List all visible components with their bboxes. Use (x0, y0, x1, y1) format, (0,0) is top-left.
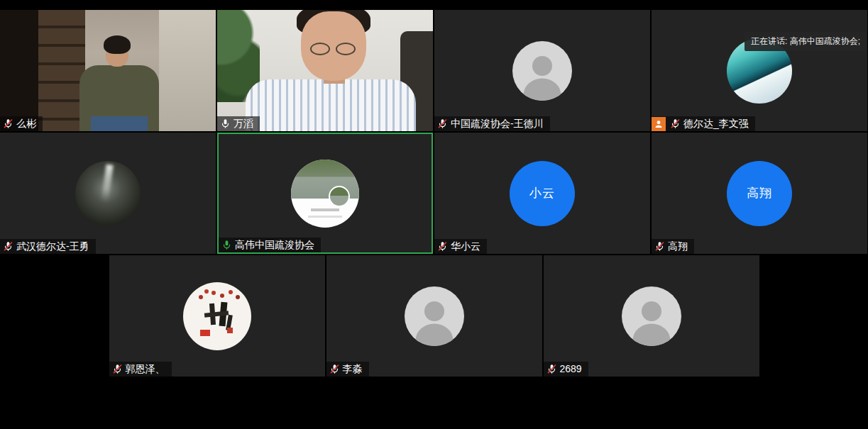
mic-muted-icon (3, 118, 13, 129)
name-label: 武汉德尔达-王勇 (0, 239, 96, 254)
participant-name: 高翔 (668, 240, 688, 252)
participant-name: 中国疏浚协会-王德川 (451, 118, 544, 130)
initials-circle: 高翔 (727, 161, 792, 226)
profile-photo (183, 282, 251, 350)
participant-name: 万滔 (234, 118, 253, 130)
participant-name: 华小云 (451, 240, 480, 252)
mic-muted-icon (437, 118, 448, 129)
profile-photo (291, 160, 359, 228)
participant-name: 德尔达_李文强 (683, 118, 749, 130)
mic-muted-icon (546, 364, 557, 374)
room-shadow-shape (0, 10, 38, 131)
avatar (219, 134, 432, 252)
photo-mini-avatar-shape (329, 186, 350, 207)
name-label: 郭恩泽、 (109, 362, 172, 377)
person-legs-shape (91, 116, 148, 131)
gallery-row-3: 郭恩泽、 (109, 255, 759, 377)
avatar (434, 10, 650, 131)
bookshelf-shape (38, 10, 85, 131)
participant-name: 李淼 (343, 363, 363, 375)
mic-muted-icon (3, 241, 13, 252)
photo-text-line-shape (308, 216, 342, 218)
glasses-shape (310, 43, 330, 55)
participant-tile[interactable]: 么彬 (0, 10, 216, 131)
name-label: 么彬 (0, 116, 43, 131)
gallery-row-2: 武汉德尔达-王勇 高伟中国疏浚协会 (0, 133, 867, 254)
video-feed (217, 10, 433, 131)
person-silhouette-icon (405, 286, 464, 346)
participant-tile[interactable]: 万滔 (217, 10, 433, 131)
name-label: 高伟中国疏浚协会 (219, 238, 321, 252)
avatar (326, 255, 542, 377)
avatar: 小云 (434, 133, 650, 254)
name-label: 高翔 (652, 239, 694, 254)
wall-shape (159, 10, 216, 131)
photo-text-line-shape (311, 208, 339, 211)
participant-tile[interactable]: 德尔达_李文强 (652, 10, 867, 131)
participant-tile[interactable]: 郭恩泽、 (109, 255, 325, 377)
avatar: 高翔 (652, 133, 867, 254)
mic-muted-icon (437, 241, 448, 252)
seal-shape (227, 328, 233, 333)
participant-name: 2689 (560, 363, 582, 375)
participant-badge-icon (652, 117, 666, 131)
participant-name: 郭恩泽、 (126, 363, 165, 375)
mic-muted-icon (654, 241, 665, 252)
gallery-row-1: 么彬 万滔 (0, 10, 867, 131)
participant-tile[interactable]: 小云 华小云 (434, 133, 650, 254)
name-label: 2689 (544, 362, 588, 377)
person-hair-shape (104, 35, 131, 54)
participant-tile[interactable]: 李淼 (326, 255, 542, 377)
mic-active-icon (221, 240, 232, 250)
glasses-shape (336, 43, 356, 55)
person-silhouette-icon (622, 286, 681, 346)
avatar (0, 133, 216, 254)
participant-name: 么彬 (16, 118, 36, 130)
striped-shirt-shape (246, 79, 416, 131)
participant-tile[interactable]: 2689 (544, 255, 759, 377)
name-label: 李淼 (326, 362, 369, 377)
participant-name: 武汉德尔达-王勇 (16, 240, 89, 252)
meeting-gallery: 正在讲话: 高伟中国疏浚协会; 么彬 (0, 0, 868, 429)
mic-muted-icon (670, 118, 681, 129)
avatar (544, 255, 759, 377)
participant-tile[interactable]: 中国疏浚协会-王德川 (434, 10, 650, 131)
participant-name: 高伟中国疏浚协会 (235, 239, 314, 251)
name-label: 德尔达_李文强 (652, 116, 755, 131)
blossom-shape (204, 289, 209, 294)
participant-tile-active-speaker[interactable]: 高伟中国疏浚协会 (217, 133, 433, 254)
avatar (109, 255, 325, 377)
profile-photo (75, 161, 141, 226)
participant-tile[interactable]: 武汉德尔达-王勇 (0, 133, 216, 254)
photo-highlight-shape (101, 165, 114, 203)
person-icon (654, 119, 664, 129)
mic-muted-icon (112, 364, 123, 374)
flag-shape (200, 330, 210, 336)
participant-tile[interactable]: 高翔 高翔 (652, 133, 867, 254)
active-speaker-toast: 正在讲话: 高伟中国疏浚协会; (745, 32, 867, 51)
mic-on-icon (220, 118, 231, 129)
mic-muted-icon (329, 364, 340, 374)
name-label: 万滔 (217, 116, 260, 131)
initials-circle: 小云 (510, 161, 575, 226)
avatar (652, 10, 867, 131)
video-feed (0, 10, 216, 131)
name-label: 中国疏浚协会-王德川 (434, 116, 550, 131)
name-label: 华小云 (434, 239, 487, 254)
person-silhouette-icon (512, 41, 572, 101)
